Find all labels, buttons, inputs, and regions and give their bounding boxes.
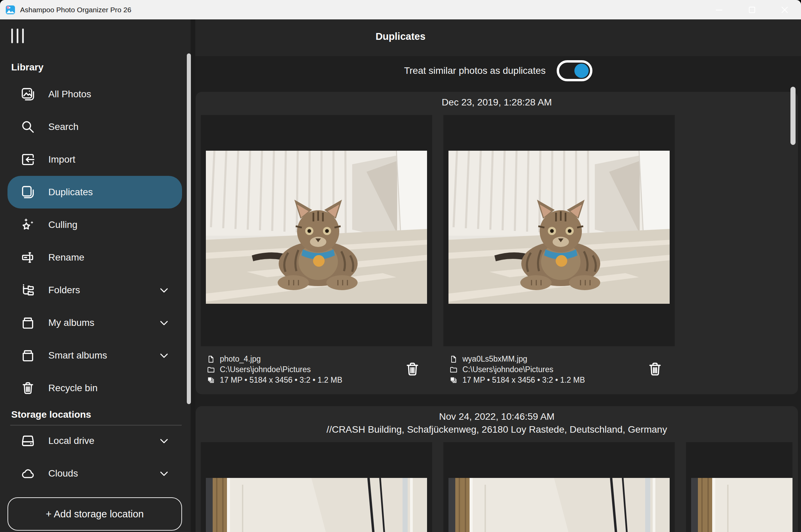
sidebar-item-label: Recycle bin (48, 383, 98, 394)
image-stack-icon (449, 376, 458, 384)
photo-thumbnail[interactable] (448, 478, 670, 532)
chevron-down-icon[interactable] (158, 316, 170, 329)
group-date: Dec 23, 2019, 1:28:28 AM (196, 96, 798, 109)
sidebar-item-rename[interactable]: Rename (7, 241, 182, 274)
culling-stars-icon (20, 217, 35, 232)
chevron-down-icon[interactable] (158, 349, 170, 362)
sidebar-item-label: Local drive (48, 435, 94, 446)
window-title: Ashampoo Photo Organizer Pro 26 (20, 6, 131, 14)
photos-icon (20, 87, 35, 102)
import-icon (20, 152, 35, 167)
trash-icon (404, 360, 421, 378)
group-date: Nov 24, 2022, 10:46:59 AM (196, 410, 798, 423)
photo-thumbnail[interactable] (448, 151, 670, 304)
sidebar-item-label: All Photos (48, 89, 91, 100)
hamburger-icon (17, 29, 18, 43)
sidebar-item-duplicates[interactable]: Duplicates (7, 176, 182, 209)
duplicates-scroll-area[interactable]: Dec 23, 2019, 1:28:28 AM (195, 85, 801, 532)
menu-toggle-button[interactable] (11, 29, 24, 43)
card-padding (201, 304, 432, 346)
photo-info: photo_4.jpg C:\Users\johndoe\Pictures 17… (207, 354, 426, 385)
sidebar-item-label: Import (48, 154, 75, 165)
filemeta-row: 17 MP • 5184 x 3456 • 3:2 • 1.2 MB (207, 375, 404, 385)
page-title: Duplicates (376, 31, 426, 42)
sidebar-item-clouds[interactable]: Clouds (7, 457, 182, 490)
duplicates-icon (20, 185, 35, 200)
close-icon (780, 5, 789, 15)
minimize-button[interactable] (703, 0, 736, 19)
photo-info: wya0Ls5bxMM.jpg C:\Users\johndoe\Picture… (449, 354, 669, 385)
duplicate-group: Nov 24, 2022, 10:46:59 AM //CRASH Buildi… (196, 406, 798, 532)
chevron-down-icon[interactable] (158, 284, 170, 297)
toggle-knob (574, 64, 589, 78)
sidebar-item-search[interactable]: Search (7, 111, 182, 143)
app-logo-icon (5, 5, 16, 15)
card-padding (443, 304, 675, 346)
photo-card (443, 442, 675, 532)
sidebar-item-import[interactable]: Import (7, 143, 182, 176)
library-section-header: Library (11, 62, 44, 73)
close-button[interactable] (768, 0, 801, 19)
maximize-button[interactable] (736, 0, 768, 19)
sidebar-item-recycle-bin[interactable]: Recycle bin (7, 372, 182, 404)
filepath: C:\Users\johndoe\Pictures (220, 365, 311, 374)
filemeta-row: 17 MP • 5184 x 3456 • 3:2 • 1.2 MB (449, 375, 646, 385)
group-header: Nov 24, 2022, 10:46:59 AM //CRASH Buildi… (196, 410, 798, 436)
rename-icon (20, 250, 35, 265)
add-storage-location-button[interactable]: + Add storage location (7, 497, 182, 531)
sidebar-item-smart-albums[interactable]: Smart albums (7, 339, 182, 372)
sidebar-scrollbar-track[interactable] (191, 19, 195, 532)
minimize-icon (715, 5, 724, 15)
group-header: Dec 23, 2019, 1:28:28 AM (196, 96, 798, 109)
filemeta: 17 MP • 5184 x 3456 • 3:2 • 1.2 MB (220, 376, 342, 385)
folder-icon (449, 366, 458, 374)
search-icon (20, 119, 35, 134)
photo-thumbnail[interactable] (206, 478, 427, 532)
hard-drive-icon (20, 433, 35, 448)
library-nav: All Photos Search Import Duplicates (0, 78, 191, 404)
sidebar-item-label: Search (48, 121, 79, 132)
sidebar-item-local-drive[interactable]: Local drive (7, 425, 182, 457)
app-window: Ashampoo Photo Organizer Pro 26 Library (0, 0, 801, 532)
chandelier-photo (448, 478, 670, 532)
filepath: C:\Users\johndoe\Pictures (462, 365, 553, 374)
sidebar-item-culling[interactable]: Culling (7, 209, 182, 241)
photo-thumbnail[interactable] (206, 151, 427, 304)
sidebar-item-all-photos[interactable]: All Photos (7, 78, 182, 111)
folder-icon (207, 366, 215, 374)
photo-card (686, 442, 792, 532)
sidebar-item-label: Folders (48, 285, 80, 296)
sidebar-item-label: Rename (48, 252, 84, 263)
group-cards (201, 115, 793, 346)
sidebar-scrollbar-thumb[interactable] (187, 53, 191, 404)
filename: photo_4.jpg (220, 354, 261, 364)
main-scrollbar-thumb[interactable] (790, 87, 796, 145)
chevron-down-icon[interactable] (158, 467, 170, 480)
group-location: //CRASH Building, Schafjückenweg, 26180 … (196, 423, 798, 436)
file-icon (207, 355, 215, 363)
file-icon (449, 355, 458, 363)
filename-row: wya0Ls5bxMM.jpg (449, 354, 646, 364)
filemeta: 17 MP • 5184 x 3456 • 3:2 • 1.2 MB (462, 376, 585, 385)
similar-photos-toggle[interactable] (557, 60, 592, 81)
cat-photo (206, 151, 427, 304)
delete-photo-button[interactable] (404, 360, 421, 380)
sidebar-item-my-albums[interactable]: My albums (7, 306, 182, 339)
filepath-row: C:\Users\johndoe\Pictures (449, 364, 646, 375)
photo-thumbnail[interactable] (691, 478, 792, 532)
photo-card (201, 442, 432, 532)
sidebar-item-folders[interactable]: Folders (7, 274, 182, 306)
album-icon (20, 348, 35, 363)
main-header (195, 19, 801, 56)
duplicate-group: Dec 23, 2019, 1:28:28 AM (196, 92, 798, 394)
sidebar-item-label: Smart albums (48, 350, 107, 361)
hamburger-icon (22, 29, 24, 43)
chevron-down-icon[interactable] (158, 434, 170, 447)
group-cards (201, 442, 793, 532)
maximize-icon (747, 5, 757, 15)
photo-card (201, 115, 432, 346)
delete-photo-button[interactable] (646, 360, 664, 380)
sidebar-item-label: Culling (48, 219, 78, 230)
sidebar: Library All Photos Search Import (0, 19, 195, 532)
window-controls (703, 0, 801, 19)
